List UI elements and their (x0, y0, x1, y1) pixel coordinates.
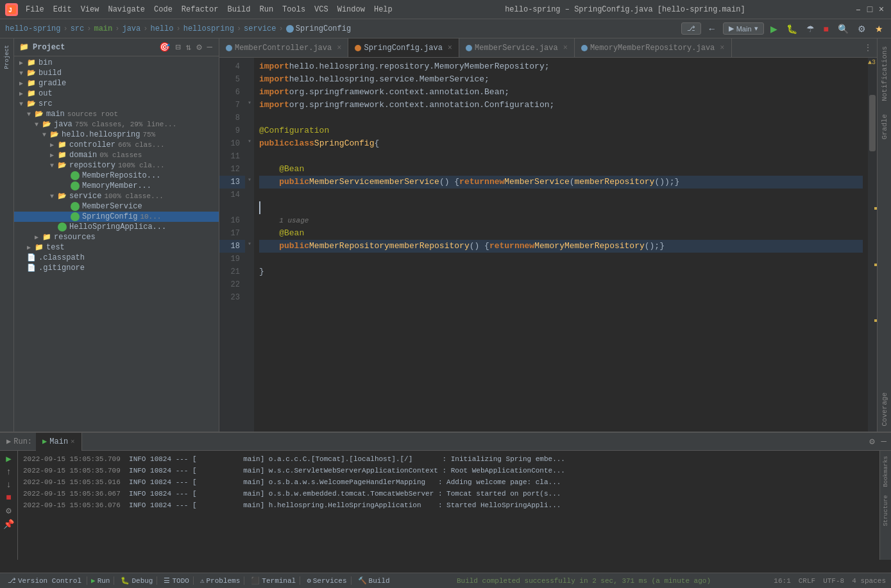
tree-item-repository[interactable]: ▼ 📂 repository 100% cla... (14, 160, 219, 171)
tree-label: bin (38, 58, 53, 67)
tree-item-main[interactable]: ▼ 📂 main sources root (14, 109, 219, 119)
menu-help[interactable]: Help (370, 4, 396, 15)
tab-memorymemberrepository[interactable]: MemoryMemberRepository.java × (575, 38, 732, 58)
toolbox-btn[interactable]: ★ (872, 22, 886, 35)
debug-tab[interactable]: 🐛 Debug (117, 576, 157, 585)
breadcrumb-springconfig[interactable]: SpringConfig (296, 24, 351, 33)
tree-item-memorymemberrepository[interactable]: MemoryMember... (14, 181, 219, 191)
menu-file[interactable]: File (22, 4, 48, 15)
tree-item-memberservice[interactable]: MemberService (14, 201, 219, 212)
tree-item-classpath[interactable]: 📄 .classpath (14, 253, 219, 263)
services-tab[interactable]: ⚙ Services (303, 576, 351, 585)
todo-tab[interactable]: ☰ TODO (160, 576, 193, 585)
tab-close-memorymemberrepository[interactable]: × (720, 44, 724, 53)
close-button[interactable]: × (877, 5, 886, 14)
problems-tab[interactable]: ⚠ Problems (196, 576, 244, 585)
menu-tools[interactable]: Tools (278, 4, 309, 15)
collapse-all-btn[interactable]: ⊟ (174, 42, 182, 53)
scroll-down-btn[interactable]: ↓ (6, 480, 11, 490)
tree-item-gradle[interactable]: ▶ 📁 gradle (14, 78, 219, 88)
tab-springconfig[interactable]: SpringConfig.java × (348, 38, 459, 58)
tree-item-hellospringapplication[interactable]: HelloSpringApplica... (14, 222, 219, 232)
run-status-tab[interactable]: ▶ Run (87, 576, 114, 585)
tab-close-membercontroller[interactable]: × (337, 44, 341, 53)
locate-file-btn[interactable]: 🎯 (158, 42, 171, 53)
bookmarks-label[interactable]: Bookmarks (882, 453, 890, 490)
debug-btn[interactable]: 🐛 (784, 22, 800, 35)
run-btn[interactable]: ▶ (768, 22, 780, 35)
settings-btn[interactable]: ⚙ (867, 436, 876, 447)
tree-item-domain[interactable]: ▶ 📁 domain 0% classes (14, 150, 219, 160)
scroll-up-btn[interactable]: ↑ (6, 467, 11, 477)
charset[interactable]: UTF-8 (823, 577, 844, 585)
project-panel-toggle[interactable]: Project (3, 41, 12, 73)
maximize-button[interactable]: □ (865, 5, 874, 14)
menu-vcs[interactable]: VCS (310, 4, 332, 15)
terminal-tab[interactable]: ⬛ Terminal (247, 576, 300, 585)
settings-icon[interactable]: ⚙ (195, 42, 203, 53)
gradle-panel[interactable]: Gradle (879, 109, 890, 145)
menu-code[interactable]: Code (150, 4, 176, 15)
build-tab[interactable]: 🔨 Build (354, 576, 394, 585)
tab-membercontroller[interactable]: MemberController.java × (219, 38, 348, 58)
back-btn[interactable]: ← (705, 22, 719, 35)
tree-item-java[interactable]: ▼ 📂 java 75% classes, 29% line... (14, 119, 219, 130)
indent[interactable]: 4 spaces (852, 577, 886, 585)
menu-build[interactable]: Build (223, 4, 254, 15)
breadcrumb-hello-spring[interactable]: hello-spring (5, 24, 60, 33)
breadcrumb-service[interactable]: service (244, 24, 276, 33)
pin-btn[interactable]: 📌 (3, 519, 14, 530)
breadcrumb-java[interactable]: java (122, 24, 140, 33)
settings-btn[interactable]: ⚙ (855, 22, 869, 35)
breadcrumb-hellospring[interactable]: hellospring (183, 24, 234, 33)
tree-item-springconfig[interactable]: SpringConfig 10... (14, 212, 219, 222)
menu-refactor[interactable]: Refactor (178, 4, 223, 15)
minimize-btn[interactable]: — (879, 436, 888, 447)
cursor-position[interactable]: 16:1 (774, 577, 790, 585)
git-branch-btn[interactable]: ⎇ (681, 22, 701, 35)
bottom-tab-main[interactable]: ▶ Main × (36, 433, 82, 451)
hide-panel-btn[interactable]: — (206, 42, 214, 53)
tree-item-out[interactable]: ▶ 📁 out (14, 88, 219, 99)
run-config-btn[interactable]: ▶ Main ▾ (723, 22, 764, 35)
tab-memberservice[interactable]: MemberService.java × (459, 38, 575, 58)
tree-item-src[interactable]: ▼ 📂 src (14, 99, 219, 109)
tree-item-memberrepository[interactable]: MemberReposito... (14, 171, 219, 181)
menu-edit[interactable]: Edit (49, 4, 76, 15)
code-editor[interactable]: import hello.hellospring.repository.Memo… (254, 58, 868, 432)
tree-item-gitignore[interactable]: 📄 .gitignore (14, 263, 219, 273)
menu-view[interactable]: View (77, 4, 103, 15)
tree-item-hellospring[interactable]: ▼ 📂 hello.hellospring 75% (14, 130, 219, 140)
breadcrumb-src[interactable]: src (71, 24, 85, 33)
scrollbar-thumb[interactable] (869, 95, 876, 151)
tree-item-controller[interactable]: ▶ 📁 controller 66% clas... (14, 140, 219, 150)
tab-close-springconfig[interactable]: × (448, 44, 452, 53)
menu-window[interactable]: Window (334, 4, 369, 15)
tree-item-resources[interactable]: ▶ 📁 resources (14, 232, 219, 242)
sort-btn[interactable]: ⇅ (185, 42, 192, 53)
coverage-panel[interactable]: Coverage (879, 387, 890, 432)
menu-navigate[interactable]: Navigate (104, 4, 149, 15)
tree-item-bin[interactable]: ▶ 📁 bin (14, 58, 219, 68)
menu-run[interactable]: Run (255, 4, 277, 15)
run-with-coverage-btn[interactable]: ☂ (804, 22, 817, 35)
minimize-button[interactable]: – (854, 5, 863, 14)
structure-label[interactable]: Structure (882, 492, 890, 529)
settings-icon[interactable]: ⚙ (6, 505, 11, 516)
stop-btn[interactable]: ■ (6, 492, 11, 503)
bottom-tab-close[interactable]: × (71, 438, 75, 446)
search-btn[interactable]: 🔍 (835, 22, 851, 35)
breadcrumb-main[interactable]: main (94, 24, 112, 33)
tab-overflow-menu[interactable]: ⋮ (859, 43, 877, 53)
tree-item-service[interactable]: ▼ 📂 service 100% classe... (14, 191, 219, 201)
breadcrumb-hello[interactable]: hello (150, 24, 173, 33)
tree-item-build[interactable]: ▼ 📂 build (14, 68, 219, 78)
run-again-btn[interactable]: ▶ (6, 453, 11, 464)
editor-scrollbar[interactable]: ▲3 (868, 58, 877, 432)
version-control-tab[interactable]: ⎇ Version Control (5, 576, 84, 585)
tab-close-memberservice[interactable]: × (563, 44, 568, 53)
notifications-panel[interactable]: Notifications (879, 41, 890, 106)
stop-btn[interactable]: ■ (821, 22, 831, 35)
tree-item-test[interactable]: ▶ 📁 test (14, 242, 219, 253)
line-ending[interactable]: CRLF (799, 577, 815, 585)
